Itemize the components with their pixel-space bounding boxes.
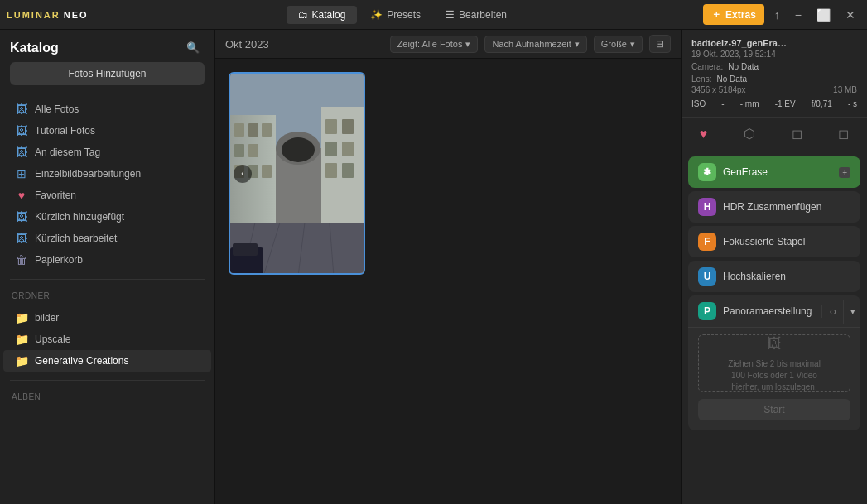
layout-toggle-button[interactable]: ⊟ xyxy=(649,35,671,53)
resolution-value: 3456 x 5184px xyxy=(691,85,746,94)
panorama-start-button[interactable]: Start xyxy=(698,399,850,420)
filter-groesse[interactable]: Größe ▾ xyxy=(594,36,643,53)
generase-icon: ✱ xyxy=(698,163,716,181)
filesize-value: 13 MB xyxy=(833,85,857,94)
filter-nach-label: Nach Aufnahmezeit xyxy=(492,39,571,49)
svg-rect-21 xyxy=(342,163,354,178)
hochskalieren-button[interactable]: U Hochskalieren xyxy=(688,261,860,292)
extras-plus-icon: ＋ xyxy=(711,7,721,22)
hdr-label: HDR Zusammenfügen xyxy=(723,201,850,213)
main-layout: Katalog 🔍 Fotos Hinzufügen 🖼 Alle Fotos … xyxy=(0,30,867,504)
sidebar-item-kueerzlich-hinzugefuegt[interactable]: 🖼 Kürzlich hinzugefügt xyxy=(3,206,211,228)
close-icon: ✕ xyxy=(845,8,855,22)
sidebar-item-label: Kürzlich hinzugefügt xyxy=(35,211,124,223)
folder-bilder-icon: 📁 xyxy=(15,311,28,324)
sidebar-item-label: Tutorial Fotos xyxy=(35,125,95,137)
sidebar-header: Katalog 🔍 xyxy=(0,36,214,62)
lens-value: No Data xyxy=(716,74,747,84)
panorama-minus-button[interactable]: ○ xyxy=(821,305,842,318)
logo-luminar: LUMINAR xyxy=(7,10,60,20)
share-icon: ↑ xyxy=(774,8,780,22)
panorama-button[interactable]: P Panoramaerstellung xyxy=(688,295,821,327)
heart-button[interactable]: ♥ xyxy=(696,123,711,145)
topbar-katalog[interactable]: 🗂 Katalog xyxy=(287,6,358,24)
svg-rect-18 xyxy=(325,142,337,156)
meta-camera-row: Camera: No Data xyxy=(691,62,857,71)
sidebar-divider-2 xyxy=(10,380,205,381)
panorama-drop-text: Ziehen Sie 2 bis maximal 100 Fotos oder … xyxy=(728,358,821,393)
meta-filename: badtoelz-97_genEra… xyxy=(691,38,857,48)
photos-area: ‹ xyxy=(215,59,681,504)
filter-nach-arrow: ▾ xyxy=(575,39,580,50)
fokussierte-stapel-button[interactable]: F Fokussierte Stapel xyxy=(688,226,860,257)
iso-label: ISO xyxy=(691,99,706,108)
sidebar-item-alle-fotos[interactable]: 🖼 Alle Fotos xyxy=(3,98,211,120)
folder-label: Upscale xyxy=(35,334,70,345)
photo-thumbnail[interactable]: ‹ xyxy=(229,72,365,275)
bearbeiten-label: Bearbeiten xyxy=(459,9,507,21)
sidebar-item-label: An diesem Tag xyxy=(35,146,100,158)
panorama-header-row: P Panoramaerstellung ○ ▾ xyxy=(688,295,860,327)
filter-alle-fotos[interactable]: Zeigt: Alle Fotos ▾ xyxy=(390,36,479,53)
sidebar-item-papierkorb[interactable]: 🗑 Papierkorb xyxy=(3,249,211,271)
svg-rect-4 xyxy=(234,123,244,137)
bearbeiten-icon: ☰ xyxy=(446,9,455,21)
sidebar-folder-bilder[interactable]: 📁 bilder xyxy=(3,307,211,329)
svg-rect-8 xyxy=(248,144,258,157)
sidebar-folder-generative-creations[interactable]: 📁 Generative Creations xyxy=(3,350,211,372)
sidebar-item-favoriten[interactable]: ♥ Favoriten xyxy=(3,185,211,206)
kueerzlich-hinzugefuegt-icon: 🖼 xyxy=(15,210,28,223)
svg-rect-16 xyxy=(325,119,337,134)
generase-badge: + xyxy=(839,167,850,178)
svg-point-14 xyxy=(282,137,315,162)
topbar-bearbeiten[interactable]: ☰ Bearbeiten xyxy=(434,6,518,24)
close-button[interactable]: ✕ xyxy=(841,7,860,23)
panorama-drop-zone[interactable]: 🖼 Ziehen Sie 2 bis maximal 100 Fotos ode… xyxy=(698,334,850,392)
sidebar-item-kueerzlich-bearbeitet[interactable]: 🖼 Kürzlich bearbeitet xyxy=(3,228,211,249)
copy-button[interactable]: ⬡ xyxy=(740,122,759,145)
sidebar-divider xyxy=(10,279,205,280)
folder-upscale-icon: 📁 xyxy=(15,333,28,346)
svg-rect-28 xyxy=(233,243,258,256)
svg-rect-6 xyxy=(262,123,272,137)
einzelbild-icon: ⊞ xyxy=(15,167,28,180)
add-photos-button[interactable]: Fotos Hinzufügen xyxy=(10,62,205,85)
alle-fotos-icon: 🖼 xyxy=(15,103,28,116)
hdr-button[interactable]: H HDR Zusammenfügen xyxy=(688,191,860,223)
presets-label: Presets xyxy=(387,9,421,21)
filter-groesse-label: Größe xyxy=(601,39,627,49)
maximize-icon: ⬜ xyxy=(816,8,831,22)
katalog-icon: 🗂 xyxy=(298,9,308,21)
hochskalieren-label: Hochskalieren xyxy=(723,271,850,282)
exif-row: ISO - - mm -1 EV f/0,71 - s xyxy=(691,98,857,110)
sidebar-item-einzelbild[interactable]: ⊞ Einzelbildbearbeitungen xyxy=(3,163,211,185)
sidebar-item-an-diesem-tag[interactable]: 🖼 An diesem Tag xyxy=(3,142,211,163)
photo-nav-arrow[interactable]: ‹ xyxy=(234,165,252,183)
generase-button[interactable]: ✱ GenErase + xyxy=(688,156,860,188)
center-panel: Okt 2023 Zeigt: Alle Fotos ▾ Nach Aufnah… xyxy=(215,30,681,504)
maximize-button[interactable]: ⬜ xyxy=(812,7,836,23)
panorama-expand-button[interactable]: ▾ xyxy=(843,300,860,324)
extras-button[interactable]: ＋ Extras xyxy=(703,4,764,25)
svg-rect-19 xyxy=(342,142,354,156)
camera-label: Camera: xyxy=(691,62,723,71)
sidebar-folder-upscale[interactable]: 📁 Upscale xyxy=(3,329,211,350)
sidebar-item-tutorial-fotos[interactable]: 🖼 Tutorial Fotos xyxy=(3,120,211,142)
breadcrumb: Okt 2023 xyxy=(225,38,269,50)
share-button[interactable]: ↑ xyxy=(769,7,785,23)
clipboard-button[interactable]: ◻ xyxy=(835,122,852,145)
folder-label: Generative Creations xyxy=(35,355,128,367)
sidebar-search-button[interactable]: 🔍 xyxy=(181,40,205,55)
papierkorb-icon: 🗑 xyxy=(15,253,28,266)
iso-value: - xyxy=(721,99,724,108)
stamp-button[interactable]: ◻ xyxy=(788,122,806,145)
sidebar-item-label: Favoriten xyxy=(35,190,76,201)
topbar-presets[interactable]: ✨ Presets xyxy=(359,6,432,24)
extras-label: Extras xyxy=(725,9,756,21)
hochskalieren-icon: U xyxy=(698,267,716,286)
minimize-button[interactable]: − xyxy=(790,7,807,23)
svg-rect-7 xyxy=(234,144,244,157)
filter-nach-aufnahmezeit[interactable]: Nach Aufnahmezeit ▾ xyxy=(484,36,586,53)
filter-zeigt-label: Zeigt: Alle Fotos xyxy=(397,39,463,49)
meta-section: badtoelz-97_genEra… 19 Okt. 2023, 19:52:… xyxy=(682,30,867,118)
